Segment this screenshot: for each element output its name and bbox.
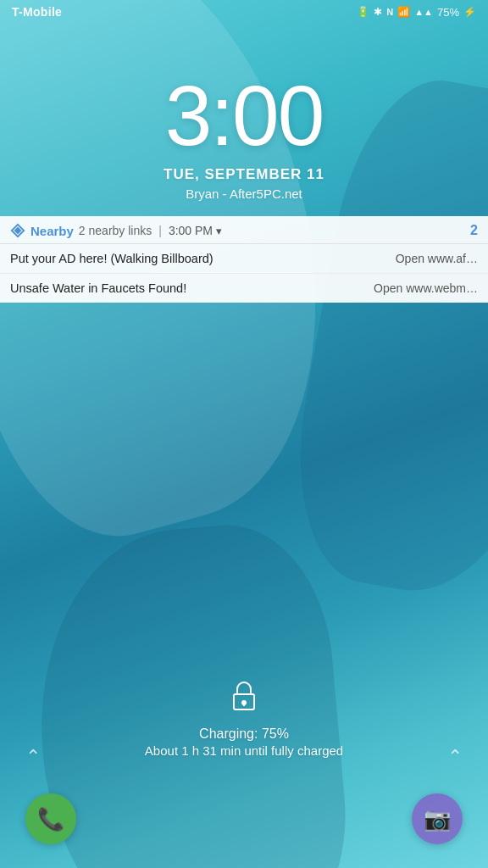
- bottom-bar: 📞 📷: [0, 793, 488, 844]
- notification-divider: |: [158, 224, 162, 237]
- carrier-label: T-Mobile: [12, 5, 62, 19]
- notif-title-2: Unsafe Water in Faucets Found!: [10, 281, 186, 295]
- wifi-icon: 📶: [397, 6, 410, 18]
- clock-area: 3:00 TUE, SEPTEMBER 11 Bryan - After5PC.…: [0, 22, 488, 201]
- lock-icon: [0, 677, 488, 718]
- clock-time: 3:00: [0, 73, 488, 158]
- notif-title-1: Put your AD here! (Walking Billboard): [10, 252, 214, 265]
- notification-items: Put your AD here! (Walking Billboard) Op…: [0, 244, 488, 303]
- sim-icon: 🔋: [357, 6, 369, 18]
- bluetooth-icon: ✱: [374, 6, 382, 18]
- clock-date: TUE, SEPTEMBER 11: [0, 166, 488, 183]
- padlock-icon: [227, 677, 261, 715]
- notification-item-1[interactable]: Put your AD here! (Walking Billboard) Op…: [0, 244, 488, 274]
- notification-badge: 2: [470, 223, 478, 238]
- notification-time: 3:00 PM: [169, 224, 213, 237]
- nearby-diamond-icon: [10, 223, 25, 238]
- notification-header[interactable]: Nearby 2 nearby links | 3:00 PM ▾ 2: [0, 216, 488, 244]
- status-bar: T-Mobile 🔋 ✱ N 📶 ▲▲ 75% ⚡: [0, 0, 488, 22]
- camera-icon: 📷: [424, 806, 451, 832]
- notif-link-1: Open www.af…: [396, 252, 478, 265]
- swipe-up-right-icon: ⌃: [447, 746, 463, 768]
- nearby-count: 2 nearby links: [79, 224, 152, 237]
- phone-shortcut-button[interactable]: 📞: [25, 793, 76, 844]
- signal-icon: ▲▲: [414, 7, 433, 17]
- notif-link-2: Open www.webm…: [374, 281, 478, 295]
- lock-area: Charging: 75% About 1 h 31 min until ful…: [0, 677, 488, 758]
- chevron-down-icon[interactable]: ▾: [216, 225, 222, 237]
- status-icons: 🔋 ✱ N 📶 ▲▲ 75% ⚡: [357, 6, 476, 19]
- notification-panel: Nearby 2 nearby links | 3:00 PM ▾ 2 Put …: [0, 216, 488, 303]
- notification-item-2[interactable]: Unsafe Water in Faucets Found! Open www.…: [0, 274, 488, 303]
- camera-shortcut-button[interactable]: 📷: [412, 793, 463, 844]
- charging-subtext: About 1 h 31 min until fully charged: [0, 743, 488, 758]
- svg-rect-4: [243, 703, 245, 706]
- nearby-app-name: Nearby: [30, 224, 74, 238]
- swipe-up-left-icon: ⌃: [25, 746, 41, 768]
- nfc-icon: N: [386, 7, 393, 17]
- clock-owner: Bryan - After5PC.net: [0, 186, 488, 201]
- charging-text: Charging: 75%: [0, 726, 488, 742]
- phone-icon: 📞: [37, 806, 64, 832]
- battery-percent: 75%: [437, 6, 459, 19]
- battery-icon: ⚡: [463, 6, 476, 18]
